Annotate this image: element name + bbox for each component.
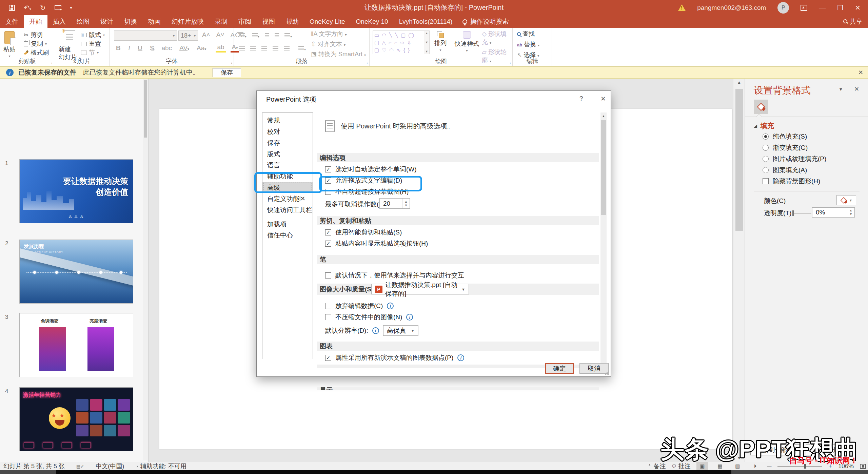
info-icon[interactable]: i [406, 314, 413, 321]
font-dialog-launcher-icon[interactable]: ⌟ [230, 60, 232, 65]
font-size-combo[interactable]: 18+▾ [178, 30, 198, 41]
radio-solid-fill[interactable]: 纯色填充(S) [763, 132, 807, 141]
layout-button[interactable]: 版式▾ [81, 30, 105, 39]
pane-menu-chevron-icon[interactable]: ▼ [839, 87, 843, 92]
align-left-button[interactable] [239, 46, 245, 51]
category-addins[interactable]: 加载项 [262, 219, 313, 230]
radio-picture-fill[interactable]: 图片或纹理填充(P) [763, 154, 826, 163]
default-resolution-dropdown[interactable]: 高保真▼ [383, 325, 418, 336]
checkbox-smart-cut-paste[interactable]: 使用智能剪切和粘贴(S) [325, 228, 402, 237]
justify-button[interactable] [273, 46, 278, 51]
scroll-up-icon[interactable]: ▲ [600, 114, 607, 118]
transparency-spinner[interactable]: 0% ▲▼ [812, 207, 855, 218]
share-button[interactable]: 共享 [842, 15, 863, 28]
info-icon[interactable]: i [457, 354, 464, 361]
shapes-gallery[interactable]: ▭ ◠ ╲ ╲ ▢ ◯▢ △ ⌐ ⌐ ⇨ ⇩▢ ♡ ◠ ∿ { } ▲▼▼ [373, 30, 430, 54]
pane-close-icon[interactable]: ✕ [854, 85, 859, 93]
color-picker-button[interactable]: ▼ [836, 195, 856, 205]
thumbnail-slide-4[interactable]: 4 激活年轻营销力 [19, 387, 133, 451]
account-email[interactable]: pangmen002@163.com [697, 4, 766, 12]
zoom-slider[interactable] [777, 466, 822, 467]
canvas-vertical-scrollbar[interactable]: ▲ ▼ [733, 79, 745, 462]
tab-help[interactable]: 帮助 [280, 15, 304, 28]
cancel-button[interactable]: 取消 [579, 363, 609, 374]
bold-button[interactable]: B [115, 44, 122, 52]
quick-styles-button[interactable]: 快速样式▾ [455, 31, 479, 53]
tab-slideshow[interactable]: 幻灯片放映 [166, 15, 209, 28]
checkbox-pen-select[interactable]: 默认情况下，使用笔来选择并与内容进行交互 [325, 271, 464, 280]
undo-icon[interactable]: ↶▾ [24, 4, 31, 11]
replace-button[interactable]: ab 替换 ▾ [517, 40, 539, 48]
info-icon[interactable]: i [387, 303, 394, 309]
customize-qat-icon[interactable]: ▾ [70, 6, 72, 10]
slide-counter[interactable]: 幻灯片 第 5 张, 共 5 张 [3, 462, 65, 470]
shrink-font-button[interactable]: A˅ [215, 31, 226, 39]
change-case-button[interactable]: Aa▾ [195, 44, 208, 52]
line-spacing-button[interactable]: ▾ [284, 32, 292, 39]
tab-file[interactable]: 文件 [0, 15, 24, 28]
find-button[interactable]: 查找 [517, 30, 539, 38]
spellcheck-icon[interactable]: ▤✓ [76, 464, 84, 469]
shapes-gallery-scrollbar[interactable]: ▲▼▼ [424, 30, 430, 54]
text-shadow-button[interactable]: S [149, 44, 156, 52]
character-spacing-button[interactable]: AV▾ [178, 44, 191, 52]
checkbox-chart-datapoints-all[interactable]: 属性采用所有新演示文稿的图表数据点(P) i [325, 353, 464, 362]
category-save[interactable]: 保存 [262, 137, 313, 148]
shape-fill-button[interactable]: ◇ 形状填充 ▾ [482, 30, 512, 46]
tab-draw[interactable]: 绘图 [71, 15, 95, 28]
underline-button[interactable]: U [136, 44, 144, 52]
fit-to-window-icon[interactable] [860, 464, 866, 469]
tab-insert[interactable]: 插入 [47, 15, 71, 28]
checkbox-no-compress-images[interactable]: 不压缩文件中的图像(N) i [325, 313, 413, 322]
restore-button[interactable]: ❐ [837, 4, 843, 12]
decrease-indent-button[interactable] [265, 32, 269, 39]
redo-icon[interactable]: ↻ [40, 4, 46, 11]
section-button[interactable]: 节▾ [81, 48, 105, 57]
category-customize-ribbon[interactable]: 自定义功能区 [262, 193, 313, 204]
checkbox-discard-editing-data[interactable]: 放弃编辑数据(C) i [325, 302, 394, 310]
bullets-button[interactable]: ▾ [239, 32, 246, 39]
align-center-button[interactable] [250, 46, 256, 51]
category-proofing[interactable]: 校对 [262, 126, 313, 137]
transparency-slider[interactable] [792, 213, 811, 213]
tab-view[interactable]: 视图 [257, 15, 280, 28]
radio-pattern-fill[interactable]: 图案填充(A) [763, 166, 807, 174]
category-quick-access-toolbar[interactable]: 快速访问工具栏 [262, 204, 313, 215]
strikethrough-button[interactable]: abc [160, 44, 173, 52]
max-undo-spinner[interactable]: 20 ▲▼ [379, 198, 410, 209]
language-status[interactable]: 中文(中国) [96, 462, 124, 470]
tab-animations[interactable]: 动画 [142, 15, 166, 28]
checkbox-paste-options-button[interactable]: 粘贴内容时显示粘贴选项按钮(H) [325, 239, 428, 248]
spinner-arrows-icon[interactable]: ▲▼ [847, 208, 854, 217]
thumbnail-slide-2[interactable]: 2 发展历程 DEVELOPMENT HISTORY [19, 240, 133, 304]
fill-section-header[interactable]: ◢填充 [754, 121, 774, 130]
infobar-link[interactable]: 此已恢复文件临时存储在您的计算机中。 [83, 68, 199, 77]
copy-button[interactable]: 复制▾ [24, 39, 49, 48]
format-painter-button[interactable]: 格式刷 [24, 48, 49, 57]
close-button[interactable]: ✕ [855, 4, 861, 12]
tab-record[interactable]: 录制 [209, 15, 233, 28]
tab-home[interactable]: 开始 [24, 15, 47, 28]
image-quality-file-dropdown[interactable]: P 让数据推动决策.ppt [自动保存的]▼ [371, 284, 469, 294]
new-slide-button[interactable]: 新建幻灯片 ▾ [59, 30, 80, 61]
grow-font-button[interactable]: A˄ [201, 31, 212, 39]
font-name-combo[interactable]: ▾ [114, 30, 177, 41]
dialog-resize-grip[interactable] [605, 371, 609, 375]
align-text-button[interactable]: ⇳ 对齐文本 ▾ [311, 40, 366, 48]
numbering-button[interactable]: ▾ [252, 32, 259, 39]
infobar-save-button[interactable]: 保存 [213, 68, 241, 77]
ok-button[interactable]: 确定 [545, 363, 574, 374]
slider-thumb[interactable] [792, 210, 794, 216]
tab-lvyhtools[interactable]: LvyhTools(201114) [394, 15, 458, 28]
paragraph-dialog-launcher-icon[interactable]: ⌟ [366, 60, 368, 65]
clipboard-dialog-launcher-icon[interactable]: ⌟ [50, 60, 52, 65]
dialog-help-icon[interactable]: ? [579, 95, 583, 102]
scroll-up-icon[interactable]: ▲ [733, 80, 745, 85]
checkbox-hide-background[interactable]: 隐藏背景图形(H) [763, 177, 820, 186]
infobar-close-icon[interactable]: ✕ [858, 69, 863, 76]
thumbnail-slide-1[interactable]: 1 要让数据推动决策创造价值 ⁂ ⁂ ⁂ [19, 159, 133, 223]
info-icon[interactable]: i [372, 327, 379, 334]
cut-button[interactable]: ✂剪切 [24, 30, 49, 39]
warning-icon[interactable] [678, 4, 686, 11]
accessibility-status[interactable]: ◔辅助功能: 不可用 [136, 462, 186, 470]
